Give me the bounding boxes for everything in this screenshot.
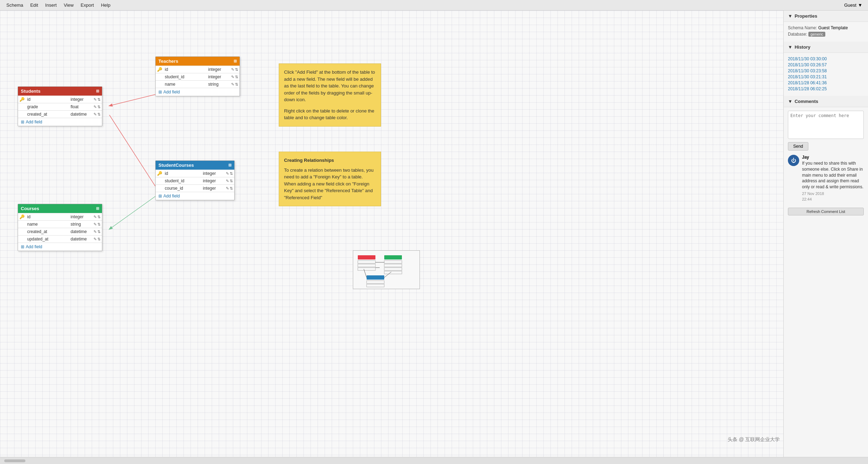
menu-schema[interactable]: Schema (3, 1, 27, 9)
field-name: student_id (163, 178, 203, 183)
comment-item-0: ⏻ Jay If you need to share this with som… (788, 155, 864, 201)
table-courses-header[interactable]: Courses ⊞ (18, 204, 102, 213)
svg-rect-5 (358, 264, 375, 267)
refresh-comments-button[interactable]: Refresh Comment List (788, 208, 864, 215)
table-row: 🔑 id integer ✎⇅ (156, 170, 234, 177)
add-field-studentcourses[interactable]: ⊞ Add field (158, 194, 231, 199)
mini-diagram (353, 250, 420, 289)
svg-rect-7 (384, 255, 402, 260)
properties-label: Properties (795, 13, 817, 19)
table-courses: Courses ⊞ 🔑 id integer ✎⇅ name string ✎⇅ (18, 204, 102, 251)
comment-avatar-0: ⏻ (788, 155, 799, 166)
svg-rect-11 (384, 271, 402, 274)
field-name: id (26, 214, 71, 219)
add-field-students[interactable]: ⊞ Add field (21, 120, 99, 124)
row-actions[interactable]: ✎⇅ (226, 171, 233, 176)
comment-time-0: 27 Nov 2018 (802, 191, 864, 196)
add-field-teachers[interactable]: ⊞ Add field (158, 90, 237, 94)
row-actions[interactable]: ✎⇅ (94, 105, 101, 109)
table-row: grade float ✎⇅ (18, 103, 102, 110)
row-actions[interactable]: ✎⇅ (94, 97, 101, 102)
row-actions[interactable]: ✎⇅ (94, 230, 101, 234)
table-row: created_at datetime ✎⇅ (18, 228, 102, 235)
comment-author-0: Jay (802, 155, 864, 160)
svg-line-19 (384, 272, 391, 277)
main-layout: Teachers ⊞ 🔑 id integer ✎⇅ student_id in… (0, 11, 868, 457)
history-content: 2018/11/30 03:30:00 2018/11/30 03:26:57 … (784, 53, 868, 96)
table-row: 🔑 id integer ✎⇅ (156, 66, 240, 73)
menu-export[interactable]: Export (77, 1, 98, 9)
comment-time2-0: 22:44 (802, 197, 864, 201)
table-row: updated_at datetime ✎⇅ (18, 235, 102, 243)
properties-content: Schema Name: Guest Template Database: ge… (784, 22, 868, 42)
row-actions[interactable]: ✎⇅ (231, 67, 238, 72)
key-icon: 🔑 (157, 171, 163, 176)
svg-line-14 (356, 254, 358, 276)
properties-chevron-icon: ▼ (788, 13, 792, 19)
comments-header: ▼ Comments (784, 96, 868, 107)
svg-line-1 (109, 115, 155, 186)
send-button[interactable]: Send (788, 142, 808, 151)
field-type: integer (203, 186, 226, 191)
menu-insert[interactable]: Insert (42, 1, 60, 9)
add-field-icon: ⊞ (21, 120, 24, 124)
row-actions[interactable]: ✎⇅ (226, 186, 233, 191)
history-item-2[interactable]: 2018/11/30 03:23:58 (788, 68, 864, 73)
field-name: id (163, 67, 208, 72)
svg-rect-17 (367, 284, 384, 287)
menu-edit[interactable]: Edit (27, 1, 42, 9)
field-name: name (163, 82, 208, 87)
key-icon: 🔑 (19, 214, 26, 219)
history-item-3[interactable]: 2018/11/30 03:21:31 (788, 74, 864, 79)
comments-content: Send ⏻ Jay If you need to share this wit… (784, 107, 868, 205)
row-actions[interactable]: ✎⇅ (94, 237, 101, 242)
row-actions[interactable]: ✎⇅ (94, 112, 101, 117)
table-students-header[interactable]: Students ⊞ (18, 87, 102, 96)
add-field-icon: ⊞ (21, 244, 24, 249)
table-row: student_id integer ✎⇅ (156, 73, 240, 80)
row-actions[interactable]: ✎⇅ (94, 215, 101, 219)
horizontal-scrollbar[interactable] (4, 459, 25, 462)
table-studentcourses: StudentCourses ⊞ 🔑 id integer ✎⇅ student… (155, 160, 235, 200)
row-actions[interactable]: ✎⇅ (231, 82, 238, 87)
svg-rect-6 (358, 268, 375, 270)
table-row: 🔑 id integer ✎⇅ (18, 96, 102, 103)
table-row: student_id integer ✎⇅ (156, 177, 234, 184)
table-teachers: Teachers ⊞ 🔑 id integer ✎⇅ student_id in… (155, 56, 240, 96)
add-field-label: Add field (163, 90, 180, 94)
svg-rect-9 (384, 264, 402, 267)
field-type: string (71, 222, 94, 227)
menu-help[interactable]: Help (97, 1, 114, 9)
row-actions[interactable]: ✎⇅ (226, 179, 233, 183)
history-item-5[interactable]: 2018/11/28 06:02:25 (788, 86, 864, 91)
field-name: id (26, 97, 71, 102)
comment-input[interactable] (788, 111, 864, 139)
field-type: datetime (71, 237, 94, 242)
user-menu[interactable]: Guest ▼ (841, 1, 865, 9)
menu-view[interactable]: View (60, 1, 77, 9)
table-teachers-footer: ⊞ Add field (156, 88, 240, 96)
table-courses-body: 🔑 id integer ✎⇅ name string ✎⇅ created_a… (18, 213, 102, 243)
row-actions[interactable]: ✎⇅ (94, 222, 101, 227)
database-label: Database: (788, 32, 807, 37)
history-item-0[interactable]: 2018/11/30 03:30:00 (788, 56, 864, 61)
comment-text-0: If you need to share this with someone e… (802, 160, 864, 190)
table-row: course_id integer ✎⇅ (156, 184, 234, 192)
history-item-1[interactable]: 2018/11/30 03:26:57 (788, 62, 864, 67)
mini-diagram-svg (356, 254, 420, 289)
add-field-label: Add field (26, 120, 42, 124)
canvas[interactable]: Teachers ⊞ 🔑 id integer ✎⇅ student_id in… (0, 11, 783, 457)
add-field-courses[interactable]: ⊞ Add field (21, 244, 99, 249)
field-type: integer (208, 74, 231, 79)
history-label: History (795, 44, 810, 50)
menubar: Schema Edit Insert View Export Help Gues… (0, 0, 868, 11)
schema-name-row: Schema Name: Guest Template (788, 25, 864, 30)
table-students-body: 🔑 id integer ✎⇅ grade float ✎⇅ created_a… (18, 96, 102, 118)
table-studentcourses-body: 🔑 id integer ✎⇅ student_id integer ✎⇅ co… (156, 170, 234, 192)
table-studentcourses-header[interactable]: StudentCourses ⊞ (156, 161, 234, 170)
table-teachers-header[interactable]: Teachers ⊞ (156, 57, 240, 66)
row-actions[interactable]: ✎⇅ (231, 75, 238, 79)
field-type: string (208, 82, 231, 87)
arrows-svg (0, 11, 783, 457)
history-item-4[interactable]: 2018/11/28 06:41:36 (788, 80, 864, 85)
